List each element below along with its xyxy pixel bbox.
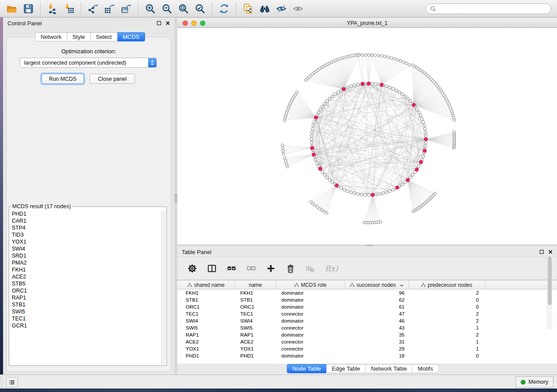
table-row[interactable]: RAP1RAP1dominator352 [177,331,557,338]
network-node[interactable] [364,54,367,56]
mcds-dominator-node[interactable] [415,168,419,172]
table-row[interactable]: TEC1TEC1connector472 [177,310,557,317]
table-scrollbar[interactable] [547,255,552,329]
export-table-button[interactable] [101,1,118,16]
table-row[interactable]: YOX1YOX1connector291 [177,345,557,352]
export-image-button[interactable] [118,1,135,16]
zoom-out-button[interactable] [159,1,175,16]
close-panel-button-secondary[interactable]: Close panel [90,74,135,84]
network-node[interactable] [321,105,324,108]
minimize-window-icon[interactable] [191,21,197,26]
mcds-result-item[interactable]: TEC1 [10,315,161,322]
delete-button[interactable] [284,262,297,275]
settings-button[interactable] [186,262,198,275]
mcds-result-item[interactable]: GCR1 [10,322,161,329]
tab-network-table[interactable]: Network Table [366,364,412,373]
table-row[interactable]: SWI5SWI5connector431 [177,324,557,331]
column-header-name[interactable]: name [235,281,276,289]
network-node[interactable] [360,193,363,196]
network-node[interactable] [419,114,422,117]
network-node[interactable] [349,85,353,88]
network-node[interactable] [371,82,374,85]
network-node[interactable] [395,89,398,92]
mcds-dominator-node[interactable] [361,82,364,86]
network-node[interactable] [323,173,326,176]
mcds-result-item[interactable]: ORC1 [10,287,161,294]
network-node[interactable] [424,131,427,134]
network-node[interactable] [340,187,343,190]
tab-select[interactable]: Select [91,32,118,41]
close-table-panel-button[interactable] [548,250,553,254]
column-header-MCDS-role[interactable]: MCDS role [276,281,345,289]
network-node[interactable] [346,86,349,89]
mcds-dominator-node[interactable] [423,149,426,153]
network-node[interactable] [388,86,391,89]
mcds-result-item[interactable]: SWI4 [10,245,161,252]
mcds-result-item[interactable]: STB5 [10,280,161,287]
network-node[interactable] [411,64,414,66]
network-node[interactable] [391,188,394,191]
network-node[interactable] [321,171,324,174]
network-node[interactable] [346,189,349,193]
network-node[interactable] [401,183,404,186]
network-node[interactable] [401,93,404,96]
network-node[interactable] [310,134,313,138]
network-node[interactable] [388,189,391,193]
network-canvas[interactable] [177,28,557,244]
tab-mcds[interactable]: MCDS [118,32,145,41]
network-node[interactable] [331,95,334,98]
network-node[interactable] [412,173,415,176]
add-button[interactable] [265,262,277,275]
network-node[interactable] [390,56,392,59]
table-row[interactable]: ACE2ACE2connector311 [177,338,557,345]
network-node[interactable] [423,124,426,127]
open-session-button[interactable] [3,1,20,16]
network-node[interactable] [398,91,401,94]
mcds-result-item[interactable]: FKH1 [10,266,161,273]
network-node[interactable] [317,111,320,114]
columns-button[interactable] [206,262,218,275]
network-node[interactable] [415,108,419,111]
network-node[interactable] [422,120,425,124]
tab-style[interactable]: Style [67,32,91,41]
network-node[interactable] [424,145,427,148]
mcds-result-item[interactable]: SRD1 [10,252,161,259]
network-node[interactable] [283,119,286,122]
network-node[interactable] [399,59,402,62]
mcds-dominator-node[interactable] [312,153,315,156]
find-button[interactable] [256,1,273,16]
mcds-dominator-node[interactable] [311,146,314,150]
network-node[interactable] [304,79,307,81]
zoom-selected-button[interactable] [192,1,208,16]
network-node[interactable] [331,181,334,184]
zoom-window-icon[interactable] [200,21,205,26]
clone-network-button[interactable] [240,1,256,16]
network-node[interactable] [310,141,313,144]
memory-button[interactable]: Memory [515,376,554,388]
network-window-titlebar[interactable]: YPA_prune.txt_1 [177,18,557,28]
run-mcds-button[interactable]: Run MCDS [42,74,84,84]
float-panel-button[interactable] [157,21,161,25]
table-row[interactable]: PHD1PHD1dominator180 [177,352,557,359]
network-node[interactable] [311,131,314,134]
network-search-input[interactable] [439,5,547,13]
network-node[interactable] [282,150,284,152]
mcds-dominator-node[interactable] [412,103,415,107]
divider-handle[interactable] [174,194,177,203]
mcds-result-item[interactable]: SWI5 [10,308,161,315]
network-node[interactable] [405,62,408,65]
network-node[interactable] [417,111,420,114]
network-node[interactable] [387,56,389,58]
network-node[interactable] [409,100,412,103]
network-node[interactable] [374,54,376,56]
network-node[interactable] [325,176,329,179]
network-node[interactable] [328,97,331,100]
mcds-result-item[interactable]: TID3 [10,231,161,238]
network-node[interactable] [315,162,318,165]
export-network-button[interactable] [85,1,101,16]
network-node[interactable] [393,58,395,60]
mcds-dominator-node[interactable] [396,186,399,189]
network-node[interactable] [374,83,377,86]
column-header-successor-nodes[interactable]: successor nodes [345,281,409,289]
network-node[interactable] [370,54,373,56]
